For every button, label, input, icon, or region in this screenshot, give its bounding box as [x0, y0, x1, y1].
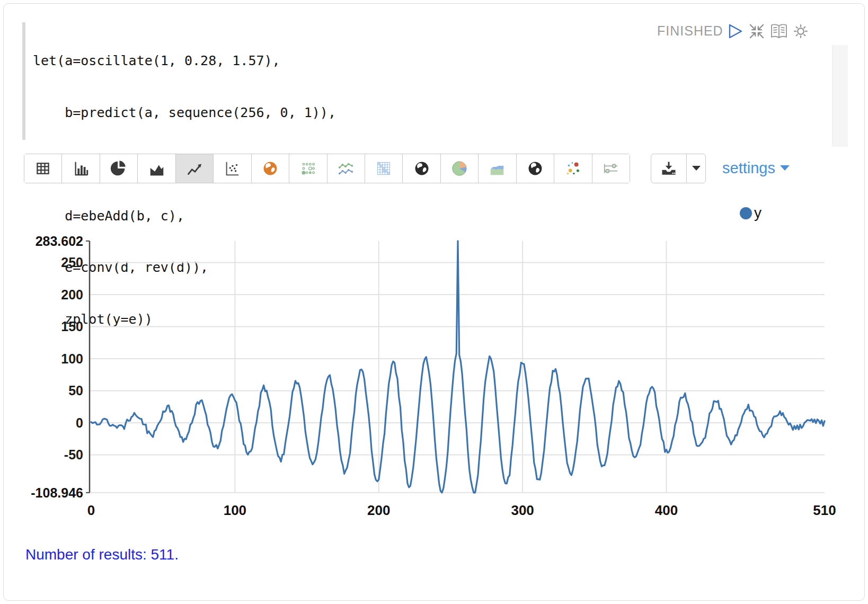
x-tick-label: 200 — [367, 502, 390, 518]
y-tick-label: 0 — [76, 415, 83, 430]
y-tick-label: 50 — [68, 383, 83, 398]
y-tick-label: -50 — [64, 447, 83, 462]
notebook-paragraph: let(a=oscillate(1, 0.28, 1.57), b=predic… — [0, 0, 868, 604]
x-tick-label: 510 — [813, 502, 836, 518]
y-tick-label: 150 — [61, 319, 83, 334]
x-tick-label: 0 — [87, 502, 95, 518]
x-tick-label: 300 — [511, 502, 534, 518]
x-tick-label: 100 — [224, 502, 246, 518]
results-count: Number of results: 511. — [25, 546, 179, 563]
line-chart[interactable]: -50050100150200250283.602-108.9460100200… — [0, 0, 868, 604]
y-tick-label: 100 — [61, 351, 83, 366]
y-tick-label: 200 — [61, 287, 83, 302]
x-tick-label: 400 — [655, 502, 678, 518]
y-max-label: 283.602 — [36, 234, 83, 248]
y-tick-label: 250 — [61, 255, 83, 270]
y-min-label: -108.946 — [31, 485, 83, 500]
